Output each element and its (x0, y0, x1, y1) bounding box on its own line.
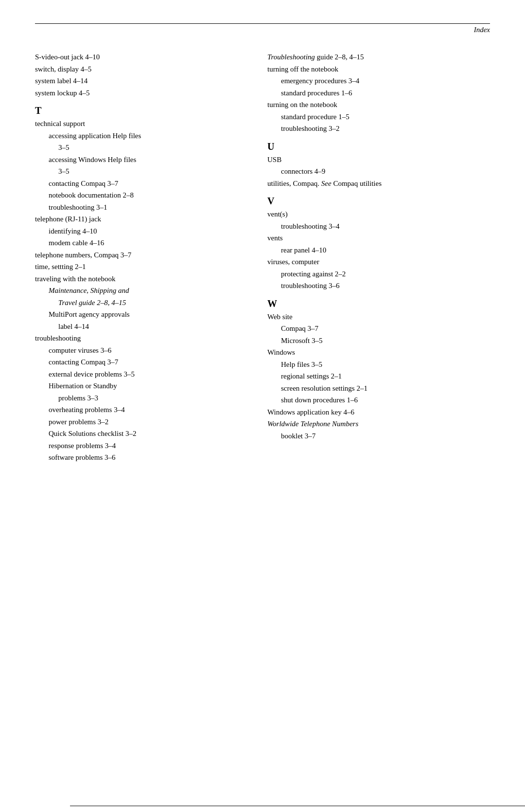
section-heading-v: V (267, 196, 490, 207)
section-heading-w: W (267, 298, 490, 309)
left-column: S-video-out jack 4–10 switch, display 4–… (35, 52, 262, 464)
list-item: troubleshooting 3–1 (49, 202, 248, 213)
list-item: overheating problems 3–4 (49, 404, 248, 415)
list-item: power problems 3–2 (49, 416, 248, 428)
list-item: 3–5 (58, 166, 248, 177)
list-item: USB (267, 154, 490, 165)
list-item: regional settings 2–1 (281, 371, 490, 382)
list-item: traveling with the notebook (35, 273, 248, 285)
list-item: emergency procedures 3–4 (281, 75, 490, 87)
list-item: software problems 3–6 (49, 452, 248, 463)
main-content: S-video-out jack 4–10 switch, display 4–… (0, 34, 525, 464)
list-item: booklet 3–7 (281, 431, 490, 442)
list-item: modem cable 4–16 (49, 237, 248, 249)
bottom-rule (70, 806, 525, 806)
list-item: time, settting 2–1 (35, 261, 248, 272)
list-item: technical support (35, 118, 248, 129)
section-heading-t: T (35, 105, 248, 116)
page: Index S-video-out jack 4–10 switch, disp… (0, 23, 525, 812)
list-item: system label 4–14 (35, 75, 248, 87)
list-item: Windows application key 4–6 (267, 407, 490, 418)
list-item: problems 3–3 (58, 393, 248, 404)
list-item: accessing Windows Help files (49, 154, 248, 165)
list-item: screen resolution settings 2–1 (281, 383, 490, 394)
list-item: response problems 3–4 (49, 440, 248, 451)
list-item: vents (267, 233, 490, 244)
list-item: viruses, computer (267, 256, 490, 268)
list-item: telephone numbers, Compaq 3–7 (35, 250, 248, 261)
list-item: Hibernation or Standby (49, 380, 248, 392)
list-item: contacting Compaq 3–7 (49, 178, 248, 189)
list-item: S-video-out jack 4–10 (35, 52, 248, 63)
list-item: protecting against 2–2 (281, 269, 490, 280)
list-item: accessing application Help files (49, 130, 248, 142)
list-item: connectors 4–9 (281, 166, 490, 177)
list-item: vent(s) (267, 209, 490, 220)
list-item: troubleshooting 3–4 (281, 221, 490, 232)
list-item: standard procedure 1–5 (281, 111, 490, 123)
list-item: rear panel 4–10 (281, 245, 490, 256)
list-item: contacting Compaq 3–7 (49, 357, 248, 368)
list-item: turning off the notebook (267, 64, 490, 75)
list-item: troubleshooting 3–2 (281, 123, 490, 134)
list-item: telephone (RJ-11) jack (35, 214, 248, 225)
list-item: utilities, Compaq. See Compaq utilities (267, 178, 490, 189)
list-item: Troubleshooting guide 2–8, 4–15 (267, 52, 490, 63)
list-item: external device problems 3–5 (49, 369, 248, 380)
section-heading-u: U (267, 141, 490, 152)
italic-see: See (321, 180, 332, 187)
right-column: Troubleshooting guide 2–8, 4–15 turning … (262, 52, 490, 464)
list-item: Quick Solutions checklist 3–2 (49, 428, 248, 439)
list-item: 3–5 (58, 142, 248, 153)
list-item: label 4–14 (58, 321, 248, 332)
list-item: shut down procedures 1–6 (281, 395, 490, 406)
list-item: turning on the notebook (267, 99, 490, 110)
list-item: Maintenance, Shipping and (49, 285, 248, 296)
list-item: Travel guide 2–8, 4–15 (58, 297, 248, 308)
list-item: Web site (267, 311, 490, 323)
list-item: Help files 3–5 (281, 359, 490, 370)
list-item: Microsoft 3–5 (281, 335, 490, 346)
list-item: troubleshooting (35, 333, 248, 344)
list-item: switch, display 4–5 (35, 64, 248, 75)
list-item: Compaq 3–7 (281, 323, 490, 334)
italic-span: Troubleshooting (267, 53, 315, 61)
top-header: Index (0, 24, 525, 34)
list-item: standard procedures 1–6 (281, 88, 490, 99)
list-item: notebook documentation 2–8 (49, 190, 248, 201)
list-item: troubleshooting 3–6 (281, 280, 490, 291)
list-item: MultiPort agency approvals (49, 309, 248, 320)
list-item: computer viruses 3–6 (49, 345, 248, 356)
list-item: Worldwide Telephone Numbers (267, 418, 490, 430)
page-header-title: Index (474, 26, 490, 34)
list-item: system lockup 4–5 (35, 88, 248, 99)
list-item: identifying 4–10 (49, 226, 248, 237)
list-item: Windows (267, 347, 490, 358)
